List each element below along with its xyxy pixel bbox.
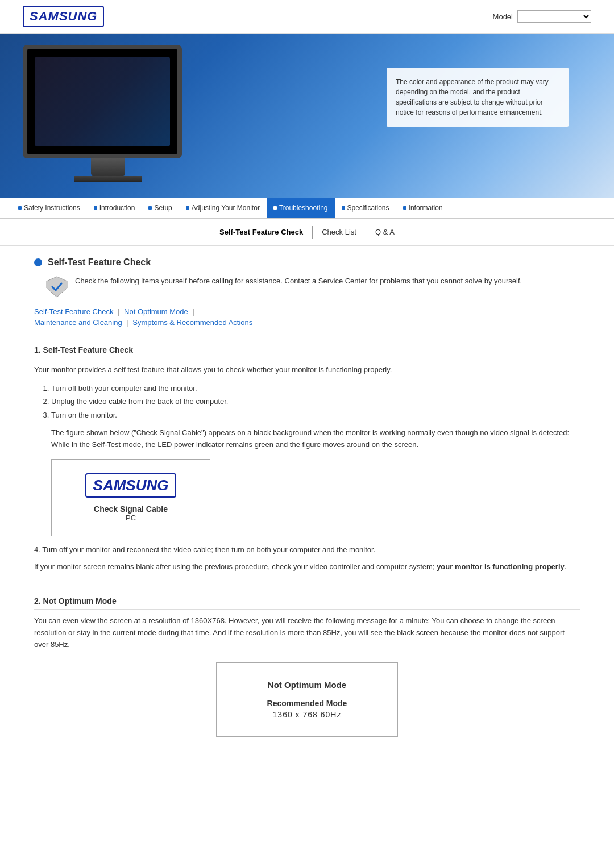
sub-nav-label-check-list: Check List [322,228,356,236]
nav-item-introduction[interactable]: Introduction [87,198,142,218]
banner-text: The color and appearance of the product … [396,78,549,116]
divider-1 [34,336,580,336]
nav-dot-active [273,206,277,210]
link-maintenance[interactable]: Maintenance and Cleaning [34,318,122,327]
para3-bold: your monitor is functioning properly [437,562,565,571]
nav-label-introduction: Introduction [99,204,135,212]
optimum-title: Not Optimum Mode [234,680,380,690]
link-self-test[interactable]: Self-Test Feature Check [34,307,113,316]
nav-dot [342,206,345,210]
steps-list: Turn off both your computer and the moni… [51,382,580,422]
link-symptoms[interactable]: Symptoms & Recommended Actions [132,318,252,327]
check-area: Check the following items yourself befor… [34,276,580,298]
svg-marker-0 [47,277,67,297]
nav-label-information: Information [409,204,443,212]
intro-text: Check the following items yourself befor… [75,276,522,287]
banner-text-box: The color and appearance of the product … [387,68,569,127]
page-title: Self-Test Feature Check [48,257,151,268]
para3-text: If your monitor screen remains blank aft… [34,562,435,571]
signal-label: Check Signal Cable [65,504,196,514]
nav-label-setup: Setup [154,204,172,212]
section-1-para1: Your monitor provides a self test featur… [34,364,580,376]
section-1-para3: If your monitor screen remains blank aft… [34,561,580,573]
sub-navigation: Self-Test Feature Check Check List Q & A [0,219,614,246]
main-content: Self-Test Feature Check Check the follow… [0,246,614,773]
sub-nav-check-list[interactable]: Check List [313,226,366,239]
nav-dot [94,206,97,210]
sub-nav-label-self-test: Self-Test Feature Check [219,228,303,236]
optimum-subtitle: Recommended Mode [234,699,380,708]
nav-dot [148,206,152,210]
section-2-title: 2. Not Optimum Mode [34,596,580,610]
signal-samsung-logo: SAMSUNG [85,473,177,498]
step-1: Turn off both your computer and the moni… [51,382,580,395]
section-2: 2. Not Optimum Mode You can even view th… [34,596,580,736]
nav-item-information[interactable]: Information [396,198,450,218]
nav-dot [18,206,22,210]
page-header: SAMSUNG Model [0,0,614,34]
optimum-mode: 1360 x 768 60Hz [234,710,380,719]
nav-dot [403,206,406,210]
section-2-para1: You can even view the screen at a resolu… [34,615,580,650]
link-not-optimum[interactable]: Not Optimum Mode [124,307,188,316]
nav-label-safety: Safety Instructions [24,204,80,212]
links-row-2: Maintenance and Cleaning | Symptoms & Re… [34,318,580,327]
nav-item-setup[interactable]: Setup [142,198,179,218]
nav-label-adjusting: Adjusting Your Monitor [192,204,260,212]
model-label: Model [493,12,513,21]
links-row: Self-Test Feature Check | Not Optimum Mo… [34,307,580,316]
nav-item-adjusting[interactable]: Adjusting Your Monitor [179,198,267,218]
divider-2 [34,587,580,587]
nav-label-troubleshooting: Troubleshooting [279,204,328,212]
check-shield-icon [45,276,68,298]
model-area: Model [493,10,591,23]
nav-item-specifications[interactable]: Specifications [335,198,396,218]
signal-sub: PC [65,514,196,522]
nav-dot [186,206,189,210]
banner-monitor-image [23,45,193,187]
section-1-para2: The figure shown below ("Check Signal Ca… [51,427,580,451]
samsung-logo: SAMSUNG [23,6,104,27]
nav-label-specifications: Specifications [347,204,389,212]
sub-nav-self-test[interactable]: Self-Test Feature Check [210,226,313,239]
page-title-row: Self-Test Feature Check [34,257,580,268]
nav-item-safety[interactable]: Safety Instructions [11,198,87,218]
main-navigation: Safety Instructions Introduction Setup A… [0,198,614,219]
blue-circle-icon [34,258,42,266]
section-1-title: 1. Self-Test Feature Check [34,345,580,358]
signal-cable-box: SAMSUNG Check Signal Cable PC [51,459,210,536]
optimum-mode-box: Not Optimum Mode Recommended Mode 1360 x… [216,662,398,737]
section-1: 1. Self-Test Feature Check Your monitor … [34,345,580,573]
nav-item-troubleshooting[interactable]: Troubleshooting [267,198,335,218]
step-2: Unplug the video cable from the back of … [51,395,580,408]
sub-nav-qa[interactable]: Q & A [366,226,404,239]
banner: The color and appearance of the product … [0,34,614,198]
model-select[interactable] [517,10,591,23]
step-3: Turn on the monitor. [51,408,580,422]
step-4-text: 4. Turn off your monitor and reconnect t… [34,544,580,556]
sub-nav-label-qa: Q & A [375,228,395,236]
